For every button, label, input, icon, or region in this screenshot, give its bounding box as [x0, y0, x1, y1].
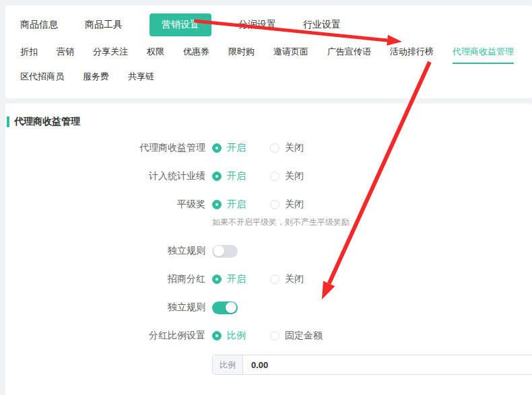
radio-unchecked-icon	[270, 143, 279, 153]
merchant-dividend-label: 招商分红	[5, 273, 205, 285]
content-card: 代理商收益管理 代理商收益管理 开启 关闭 计入统计业绩 开启 关闭	[5, 104, 532, 395]
form-row-merchant-dividend: 招商分红 开启 关闭	[5, 273, 532, 286]
ratio-input[interactable]	[243, 355, 532, 374]
independent-rule-2-switch[interactable]	[212, 301, 238, 314]
count-stats-radio-off[interactable]: 关闭	[270, 170, 304, 182]
radio-checked-icon	[212, 331, 222, 340]
section-accent-bar	[7, 116, 9, 127]
agent-income-radio-on[interactable]: 开启	[212, 142, 246, 154]
radio-on-label: 开启	[227, 199, 246, 211]
form-row-peer-award: 平级奖 开启 关闭	[5, 198, 532, 211]
agent-income-label: 代理商收益管理	[5, 142, 205, 154]
form-row-dividend-ratio-mode: 分红比例设置 比例 固定金额	[5, 329, 532, 343]
switch-knob	[213, 246, 224, 256]
tab-product-info[interactable]: 商品信息	[20, 19, 58, 31]
subtab-service-fee[interactable]: 服务费	[83, 71, 109, 89]
nav-card: 商品信息 商品工具 营销设置 分润设置 行业设置 折扣 营销 分享关注 权限 优…	[5, 5, 532, 98]
radio-off-label: 关闭	[285, 199, 304, 211]
independent-rule-2-label: 独立规则	[5, 301, 205, 314]
radio-checked-icon	[212, 143, 222, 153]
subtab-coupon[interactable]: 优惠券	[183, 46, 209, 64]
peer-award-label: 平级奖	[5, 199, 205, 211]
radio-unchecked-icon	[270, 200, 279, 209]
radio-off-label: 关闭	[285, 142, 304, 154]
tab-product-tools[interactable]: 商品工具	[85, 19, 123, 31]
radio-on-label: 开启	[227, 273, 246, 285]
radio-checked-icon	[212, 200, 222, 209]
sub-tab-bar: 折扣 营销 分享关注 权限 优惠券 限时购 邀请页面 广告宣传语 活动排行榜 代…	[13, 35, 524, 89]
radio-on-label: 开启	[227, 170, 246, 182]
form-row-independent-rule-2: 独立规则	[5, 301, 532, 314]
radio-fixed-label: 固定金额	[285, 330, 323, 342]
subtab-share-chain[interactable]: 共享链	[128, 71, 154, 89]
form-row-ratio-input: 比例	[5, 355, 532, 375]
subtab-activity-ranking[interactable]: 活动排行榜	[390, 46, 434, 64]
merchant-dividend-radio-on[interactable]: 开启	[212, 273, 246, 285]
agent-income-radio-off[interactable]: 关闭	[270, 142, 304, 154]
peer-award-hint: 如果不开启平级奖，则不产生平级奖励	[5, 217, 532, 228]
radio-unchecked-icon	[270, 172, 279, 181]
section-title: 代理商收益管理	[14, 116, 80, 128]
radio-off-label: 关闭	[285, 170, 304, 182]
tab-industry-settings[interactable]: 行业设置	[303, 19, 341, 31]
tab-profit-settings[interactable]: 分润设置	[238, 19, 276, 31]
radio-unchecked-icon	[270, 331, 279, 340]
radio-unchecked-icon	[270, 275, 279, 284]
subtab-discount[interactable]: 折扣	[20, 46, 38, 64]
subtab-share-follow[interactable]: 分享关注	[93, 46, 128, 64]
radio-ratio-label: 比例	[227, 330, 246, 342]
form-row-count-stats: 计入统计业绩 开启 关闭	[5, 170, 532, 183]
subtab-invite-page[interactable]: 邀请页面	[273, 46, 308, 64]
form-row-agent-income: 代理商收益管理 开启 关闭	[5, 141, 532, 155]
peer-award-radio-on[interactable]: 开启	[212, 199, 246, 211]
independent-rule-1-label: 独立规则	[5, 245, 205, 257]
radio-on-label: 开启	[227, 142, 246, 154]
merchant-dividend-radio-off[interactable]: 关闭	[270, 273, 304, 285]
subtab-agent-income-management[interactable]: 代理商收益管理	[453, 46, 514, 64]
count-stats-radio-on[interactable]: 开启	[212, 170, 246, 182]
subtab-district-agent[interactable]: 区代招商员	[20, 71, 64, 89]
top-tab-bar: 商品信息 商品工具 营销设置 分润设置 行业设置	[13, 15, 524, 35]
form-row-independent-rule-1: 独立规则	[5, 244, 532, 258]
subtab-permissions[interactable]: 权限	[147, 46, 164, 64]
tab-marketing-settings[interactable]: 营销设置	[149, 13, 211, 36]
dividend-ratio-radio-fixed[interactable]: 固定金额	[270, 330, 323, 342]
subtab-ad-slogan[interactable]: 广告宣传语	[327, 46, 371, 64]
peer-award-radio-off[interactable]: 关闭	[270, 199, 304, 211]
radio-off-label: 关闭	[285, 273, 304, 285]
ratio-input-group: 比例	[212, 355, 532, 375]
ratio-input-prepend: 比例	[213, 355, 243, 374]
dividend-ratio-mode-label: 分红比例设置	[5, 330, 205, 342]
section-header: 代理商收益管理	[5, 116, 532, 128]
count-stats-label: 计入统计业绩	[5, 170, 205, 182]
subtab-flash-sale[interactable]: 限时购	[228, 46, 255, 64]
radio-checked-icon	[212, 172, 222, 181]
subtab-marketing[interactable]: 营销	[57, 46, 74, 64]
switch-knob	[226, 302, 236, 313]
radio-checked-icon	[212, 275, 222, 284]
dividend-ratio-radio-ratio[interactable]: 比例	[212, 330, 246, 342]
independent-rule-1-switch[interactable]	[212, 245, 238, 258]
